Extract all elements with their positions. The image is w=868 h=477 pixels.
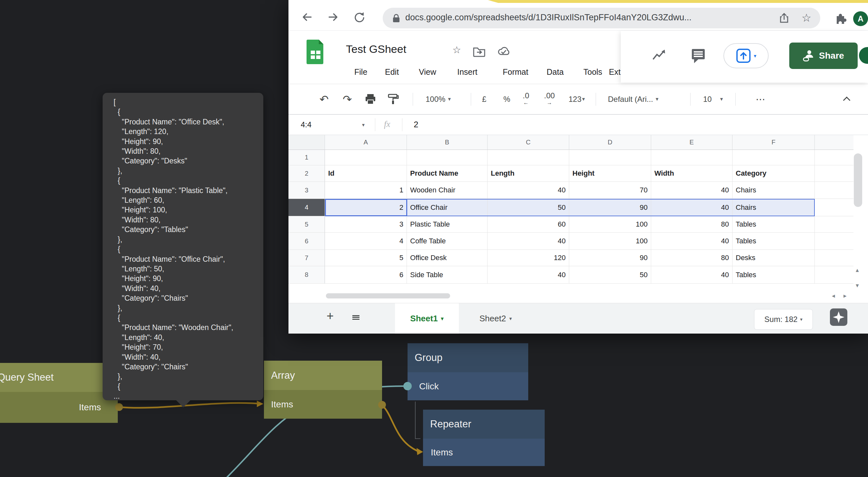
cell-G5[interactable] <box>815 216 854 233</box>
cell-D1[interactable] <box>569 150 651 165</box>
cell-A4-active[interactable]: 2 <box>325 199 407 216</box>
tab-sheet1[interactable]: Sheet1 ▾ <box>395 303 459 334</box>
cell-C2[interactable]: Length <box>488 165 569 182</box>
extensions-puzzle-icon[interactable] <box>834 12 847 24</box>
cell-B7[interactable]: Office Desk <box>407 250 488 266</box>
cell-B1[interactable] <box>407 150 488 165</box>
name-box-caret-icon[interactable]: ▾ <box>362 122 365 128</box>
cloud-saved-icon[interactable] <box>497 45 511 57</box>
row-header-1[interactable]: 1 <box>288 150 325 165</box>
cell-E7[interactable]: 80 <box>651 250 733 266</box>
menu-view[interactable]: View <box>419 65 436 79</box>
cell-D6[interactable]: 100 <box>569 233 651 250</box>
node-query-sheet-body[interactable]: Items <box>0 392 118 423</box>
name-box[interactable]: 4:4 <box>301 120 311 129</box>
cell-B2[interactable]: Product Name <box>407 165 488 182</box>
cell-A7[interactable]: 5 <box>325 250 407 266</box>
menu-format[interactable]: Format <box>503 65 528 79</box>
cell-G3[interactable] <box>815 182 854 199</box>
row-header-2[interactable]: 2 <box>288 165 325 182</box>
cell-D5[interactable]: 100 <box>569 216 651 233</box>
menu-tools[interactable]: Tools <box>583 65 602 79</box>
address-bar[interactable]: docs.google.com/spreadsheets/d/1D3IRuxIl… <box>383 8 820 28</box>
node-array-body[interactable]: Items <box>264 390 382 419</box>
formula-input[interactable]: 2 <box>414 120 418 130</box>
cell-C6[interactable]: 40 <box>488 233 569 250</box>
cell-F3[interactable]: Chairs <box>733 182 815 199</box>
column-header-partial[interactable] <box>815 135 854 150</box>
cell-F5[interactable]: Tables <box>733 216 815 233</box>
move-folder-icon[interactable] <box>473 46 486 57</box>
menu-data[interactable]: Data <box>547 65 564 79</box>
column-header-F[interactable]: F <box>733 135 815 150</box>
cell-F4[interactable]: Chairs <box>733 199 815 216</box>
back-button[interactable] <box>300 10 314 24</box>
node-group-header[interactable]: Group <box>407 343 528 372</box>
cell-G6[interactable] <box>815 233 854 250</box>
scroll-right-icon[interactable]: ▸ <box>843 292 847 299</box>
share-button[interactable]: Share <box>789 42 858 69</box>
number-format-menu[interactable]: 123▾ <box>568 84 585 114</box>
cell-G2[interactable] <box>815 165 854 182</box>
array-items-output-port[interactable] <box>378 401 386 409</box>
cell-E2[interactable]: Width <box>651 165 733 182</box>
trend-history-icon[interactable] <box>652 49 667 63</box>
cell-D3[interactable]: 70 <box>569 182 651 199</box>
increase-decimal-button[interactable]: .00 → <box>544 84 555 114</box>
scroll-down-icon[interactable]: ▾ <box>856 282 859 289</box>
explore-button[interactable] <box>829 308 848 328</box>
scroll-left-icon[interactable]: ◂ <box>832 292 835 299</box>
font-family-select[interactable]: Default (Ari...▾ <box>608 84 659 114</box>
cell-B6[interactable]: Coffe Table <box>407 233 488 250</box>
hide-toolbar-button[interactable] <box>844 98 849 103</box>
node-query-sheet[interactable]: Query Sheet Items <box>0 363 118 423</box>
sum-badge[interactable]: Sum: 182 ▾ <box>754 309 813 330</box>
cell-E5[interactable]: 80 <box>651 216 733 233</box>
tab-sheet2[interactable]: Sheet2 ▾ <box>470 303 522 334</box>
cell-G1[interactable] <box>815 150 854 165</box>
column-header-B[interactable]: B <box>407 135 488 150</box>
cell-E4[interactable]: 40 <box>651 199 733 216</box>
more-toolbar-button[interactable]: ⋯ <box>756 84 765 114</box>
cell-F7[interactable]: Desks <box>733 250 815 266</box>
query-sheet-items-output-port[interactable] <box>115 403 123 411</box>
cell-B4[interactable]: Office Chair <box>407 199 488 216</box>
cell-E8[interactable]: 40 <box>651 266 733 284</box>
cell-D4[interactable]: 90 <box>569 199 651 216</box>
cell-C7[interactable]: 120 <box>488 250 569 266</box>
undo-button[interactable]: ↶ <box>319 84 329 114</box>
cell-C4[interactable]: 50 <box>488 199 569 216</box>
decrease-decimal-button[interactable]: .0 ← <box>523 84 529 114</box>
forward-button[interactable] <box>326 10 340 24</box>
cell-B8[interactable]: Side Table <box>407 266 488 284</box>
row-header-7[interactable]: 7 <box>288 250 325 266</box>
cell-A3[interactable]: 1 <box>325 182 407 199</box>
vertical-scrollbar-thumb[interactable] <box>854 154 862 207</box>
redo-button[interactable]: ↷ <box>343 84 352 114</box>
present-button[interactable]: ▾ <box>723 43 769 68</box>
cell-A5[interactable]: 3 <box>325 216 407 233</box>
node-array-header[interactable]: Array <box>264 361 382 390</box>
cell-G8[interactable] <box>815 266 854 284</box>
cell-A2[interactable]: Id <box>325 165 407 182</box>
zoom-select[interactable]: 100%▾ <box>426 84 451 114</box>
row-header-4[interactable]: 4 <box>288 199 325 216</box>
paint-format-button[interactable] <box>387 84 399 114</box>
browser-profile-avatar[interactable]: A <box>853 11 868 26</box>
add-sheet-button[interactable]: + <box>327 309 334 323</box>
all-sheets-button[interactable] <box>352 314 360 320</box>
menu-extensions[interactable]: Ext <box>609 65 621 79</box>
cell-E1[interactable] <box>651 150 733 165</box>
cell-E6[interactable]: 40 <box>651 233 733 250</box>
cell-C1[interactable] <box>488 150 569 165</box>
share-page-icon[interactable] <box>779 12 790 24</box>
row-header-3[interactable]: 3 <box>288 182 325 199</box>
menu-file[interactable]: File <box>354 65 367 79</box>
cell-A8[interactable]: 6 <box>325 266 407 284</box>
cell-E3[interactable]: 40 <box>651 182 733 199</box>
comment-icon[interactable] <box>690 48 706 64</box>
cell-F6[interactable]: Tables <box>733 233 815 250</box>
currency-format-button[interactable]: £ <box>482 84 486 114</box>
reload-button[interactable] <box>352 10 366 24</box>
node-repeater-body[interactable]: Items <box>423 439 545 466</box>
